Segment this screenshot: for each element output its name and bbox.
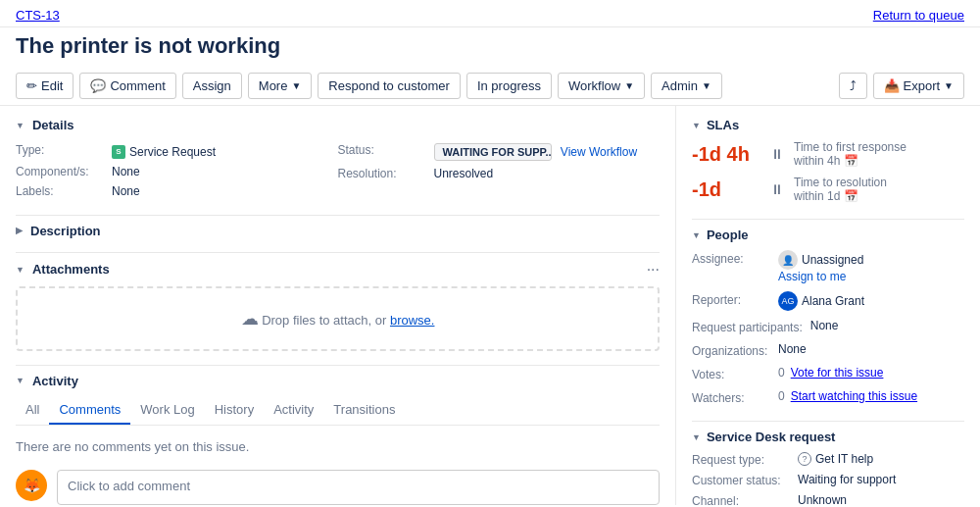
view-workflow-link[interactable]: View Workflow [561,145,637,159]
sla-label: SLAs [707,118,739,132]
people-section-header[interactable]: ▼ People [692,228,964,242]
help-icon: ? [798,452,811,466]
sla-pause-icon-1: ⏸ [770,146,784,162]
drop-text: Drop files to attach, or [262,313,386,328]
tab-activity[interactable]: Activity [264,396,323,425]
assign-to-me-link[interactable]: Assign to me [778,270,863,283]
sla-item-1: -1d 4h ⏸ Time to first response within 4… [692,140,964,168]
share-button[interactable]: ⤴ [839,73,867,99]
votes-label: Votes: [692,366,770,381]
type-badge: S Service Request [112,145,216,159]
edit-button[interactable]: ✏ Edit [16,73,74,99]
tab-transitions[interactable]: Transitions [323,396,405,425]
return-to-queue-link[interactable]: Return to queue [873,8,964,23]
attachments-header: ▼ Attachments ··· [16,261,660,279]
description-section-header[interactable]: ▶ Description [16,224,660,238]
edit-icon: ✏ [26,78,37,93]
project-link-container: CTS-13 [16,8,60,23]
return-queue-container: Return to queue [873,8,964,23]
activity-tabs: All Comments Work Log History Activity T… [16,396,660,426]
in-progress-button[interactable]: In progress [466,73,552,99]
request-type-value: ? Get IT help [798,452,873,466]
organizations-row: Organizations: None [692,342,964,358]
top-bar: CTS-13 Return to queue [0,0,980,27]
tab-all[interactable]: All [16,396,49,425]
details-right: Status: WAITING FOR SUPP... View Workflo… [338,140,661,201]
labels-value: None [112,184,140,198]
details-label: Details [32,118,74,132]
admin-chevron-icon: ▼ [702,80,711,91]
calendar-icon-1: 📅 [844,154,858,168]
request-type-label: Request type: [692,452,790,467]
export-icon: 📥 [884,78,900,93]
export-chevron-icon: ▼ [944,80,954,91]
status-badge[interactable]: WAITING FOR SUPP... [434,143,552,161]
respond-to-customer-button[interactable]: Respond to customer [318,73,461,99]
divider-3 [16,365,660,366]
sla-sub-desc-1: within 4h 📅 [794,154,906,168]
tab-work-log[interactable]: Work Log [130,396,204,425]
activity-section: ▼ Activity All Comments Work Log History… [16,374,660,505]
channel-value: Unknown [798,493,847,505]
left-panel: ▼ Details Type: S Service Request [0,106,676,505]
vote-link[interactable]: Vote for this issue [791,366,884,380]
attachments-dropzone[interactable]: ☁ Drop files to attach, or browse. [16,286,660,351]
activity-section-header[interactable]: ▼ Activity [16,374,660,388]
watch-link[interactable]: Start watching this issue [791,389,917,403]
sla-desc-2: Time to resolution within 1d 📅 [794,176,887,203]
status-value: WAITING FOR SUPP... View Workflow [434,143,638,161]
admin-button[interactable]: Admin ▼ [651,73,722,99]
status-row: Status: WAITING FOR SUPP... View Workflo… [338,140,661,164]
labels-label: Labels: [16,184,104,198]
export-button[interactable]: 📥 Export ▼ [873,73,964,99]
attachments-more-button[interactable]: ··· [647,261,660,279]
details-left: Type: S Service Request Component/s: Non… [16,140,338,201]
organizations-label: Organizations: [692,342,770,358]
main-content: ▼ Details Type: S Service Request [0,106,980,505]
sla-desc-text-2: Time to resolution [794,176,887,189]
service-request-icon: S [112,145,125,159]
attachments-section-header[interactable]: ▼ Attachments [16,262,110,277]
current-user-avatar: 🦊 [16,470,47,501]
browse-link[interactable]: browse. [390,313,435,328]
toolbar: ✏ Edit 💬 Comment Assign More ▼ Respond t… [0,67,980,106]
attachments-section: ▼ Attachments ··· ☁ Drop files to attach… [16,261,660,351]
no-comments-text: There are no comments yet on this issue. [16,435,660,458]
more-button[interactable]: More ▼ [248,73,313,99]
watchers-value: 0 Start watching this issue [778,389,917,403]
request-type-row: Request type: ? Get IT help [692,452,964,467]
people-label: People [707,228,749,242]
sla-section-header[interactable]: ▼ SLAs [692,118,964,132]
people-collapse-icon: ▼ [692,230,701,240]
component-row: Component/s: None [16,162,338,181]
share-icon: ⤴ [850,78,857,93]
right-divider-1 [692,219,964,220]
tab-comments[interactable]: Comments [49,396,130,425]
details-grid: Type: S Service Request Component/s: Non… [16,140,660,201]
issue-title: The printer is not working [0,27,980,67]
comment-button[interactable]: 💬 Comment [79,73,175,99]
attachments-label: Attachments [32,262,110,277]
sla-time-1: -1d 4h [692,143,760,166]
service-desk-section-header[interactable]: ▼ Service Desk request [692,430,964,444]
description-collapse-icon: ▶ [16,226,23,235]
organizations-value: None [778,342,807,356]
sla-time-2: -1d [692,178,760,201]
watchers-label: Watchers: [692,389,770,405]
comment-input[interactable]: Click to add comment [57,470,660,505]
tab-history[interactable]: History [205,396,264,425]
sla-sub-desc-2: within 1d 📅 [794,189,887,203]
reporter-value: AG Alana Grant [778,291,864,311]
project-link[interactable]: CTS-13 [16,8,60,23]
calendar-icon-2: 📅 [844,189,858,203]
customer-status-value: Waiting for support [798,473,896,486]
details-section-header[interactable]: ▼ Details [16,118,660,132]
workflow-button[interactable]: Workflow ▼ [558,73,645,99]
service-desk-collapse-icon: ▼ [692,432,701,442]
votes-count: 0 [778,366,785,380]
workflow-chevron-icon: ▼ [624,80,634,91]
customer-status-label: Customer status: [692,473,790,487]
service-desk-section: ▼ Service Desk request Request type: ? G… [692,430,964,505]
assign-button[interactable]: Assign [182,73,242,99]
activity-collapse-icon: ▼ [16,376,24,385]
